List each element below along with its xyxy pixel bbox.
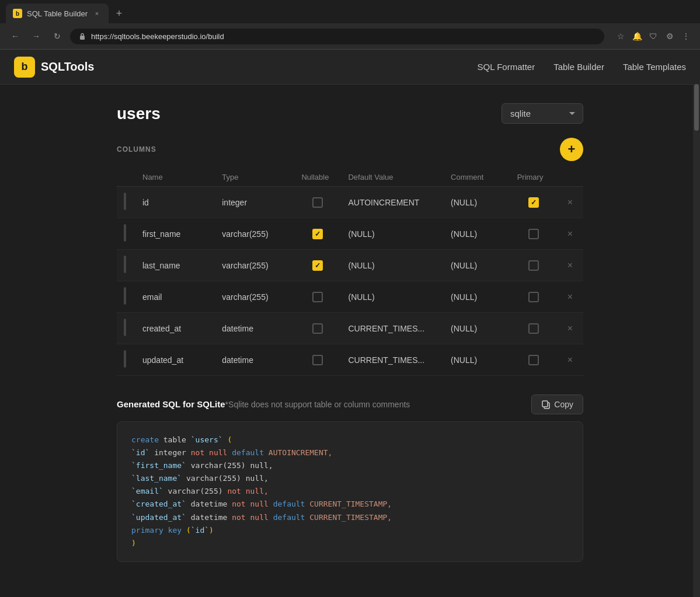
default-value-label: AUTOINCREMENT — [348, 198, 419, 207]
code-token — [269, 513, 273, 522]
url-text: https://sqltools.beekeeperstudio.io/buil… — [91, 32, 224, 41]
column-name-label: email — [142, 292, 162, 302]
default-value-label: CURRENT_TIMES... — [348, 324, 424, 333]
sql-code-block: create table `users` ( `id` integer not … — [117, 421, 583, 562]
col-name-cell: id — [135, 187, 215, 218]
col-primary-cell — [510, 250, 557, 281]
ext-icon-1[interactable]: 🔔 — [630, 29, 644, 43]
row-handle-cell — [117, 218, 135, 250]
col-nullable-cell — [294, 187, 341, 218]
sql-note: *Sqlite does not support table or column… — [225, 400, 410, 409]
col-nullable-cell — [294, 218, 341, 250]
nullable-checkbox[interactable] — [312, 197, 323, 208]
nav-table-templates[interactable]: Table Templates — [623, 62, 686, 72]
logo-text: SQLTools — [41, 60, 94, 74]
scrollbar-track[interactable] — [693, 84, 700, 597]
col-primary-cell — [510, 344, 557, 376]
code-token: null, — [246, 487, 269, 495]
delete-column-button[interactable]: × — [564, 228, 576, 240]
nullable-checkbox[interactable] — [312, 260, 323, 271]
drag-handle[interactable] — [124, 256, 126, 273]
back-button[interactable]: ← — [7, 28, 23, 44]
logo-icon: b — [14, 57, 35, 78]
col-type-cell: datetime — [215, 344, 294, 376]
column-name-label: created_at — [142, 324, 181, 333]
nullable-checkbox[interactable] — [312, 323, 323, 334]
nullable-checkbox[interactable] — [312, 355, 323, 365]
database-select[interactable]: sqlite mysql postgresql mssql — [502, 103, 583, 124]
row-handle-cell — [117, 313, 135, 344]
code-token: not — [232, 513, 245, 522]
col-comment-cell: (NULL) — [444, 281, 510, 313]
delete-column-button[interactable]: × — [564, 322, 576, 335]
col-action-cell: × — [557, 344, 583, 376]
drag-handle[interactable] — [124, 193, 126, 210]
columns-table-head: Name Type Nullable Default Value Comment… — [117, 168, 583, 187]
bookmark-star-icon[interactable]: ☆ — [614, 29, 628, 43]
columns-table-header-row: Name Type Nullable Default Value Comment… — [117, 168, 583, 187]
primary-checkbox[interactable] — [528, 323, 539, 334]
copy-button[interactable]: Copy — [531, 394, 583, 414]
col-comment-cell: (NULL) — [444, 313, 510, 344]
url-bar[interactable]: https://sqltools.beekeeperstudio.io/buil… — [70, 29, 604, 44]
forward-button[interactable]: → — [28, 28, 44, 44]
scrollbar-thumb[interactable] — [694, 84, 699, 131]
code-token: varchar(255) — [163, 487, 228, 495]
col-comment-cell: (NULL) — [444, 250, 510, 281]
code-token: varchar(255) null, — [186, 461, 273, 470]
code-token — [269, 500, 273, 508]
code-token: null — [250, 500, 269, 508]
code-line: ) — [131, 537, 569, 550]
drag-handle[interactable] — [124, 287, 126, 305]
tab-close-button[interactable]: × — [92, 9, 102, 18]
delete-column-button[interactable]: × — [564, 354, 576, 366]
primary-checkbox[interactable] — [528, 197, 539, 208]
column-name-label: first_name — [142, 229, 180, 239]
code-token: null — [250, 513, 269, 522]
nav-sql-formatter[interactable]: SQL Formatter — [478, 62, 535, 72]
drag-handle[interactable] — [124, 350, 126, 368]
col-primary-cell — [510, 281, 557, 313]
code-line: `updated_at` datetime not null default C… — [131, 511, 569, 524]
primary-checkbox[interactable] — [528, 229, 539, 239]
delete-column-button[interactable]: × — [564, 259, 576, 272]
table-header-row: users sqlite mysql postgresql mssql — [117, 103, 583, 124]
new-tab-button[interactable]: + — [112, 6, 126, 20]
code-line: `last_name` varchar(255) null, — [131, 472, 569, 485]
code-token: `first_name` — [131, 461, 186, 470]
nullable-checkbox[interactable] — [312, 229, 323, 239]
drag-handle[interactable] — [124, 319, 126, 336]
comment-label: (NULL) — [451, 229, 477, 239]
column-type-label: varchar(255) — [222, 229, 268, 239]
ext-icon-2[interactable]: 🛡 — [646, 29, 660, 43]
code-token: key — [168, 526, 182, 535]
col-default-cell: (NULL) — [341, 250, 444, 281]
col-nullable-cell — [294, 250, 341, 281]
col-type-cell: integer — [215, 187, 294, 218]
column-name-label: updated_at — [142, 355, 183, 365]
code-token — [246, 500, 250, 508]
code-token: CURRENT_TIMESTAMP, — [309, 500, 392, 508]
delete-column-button[interactable]: × — [564, 291, 576, 303]
active-tab[interactable]: b SQL Table Builder × — [6, 4, 109, 23]
code-line: create table `users` ( — [131, 434, 569, 446]
nav-table-builder[interactable]: Table Builder — [553, 62, 604, 72]
delete-column-button[interactable]: × — [564, 196, 576, 209]
col-type-cell: datetime — [215, 313, 294, 344]
ext-icon-3[interactable]: ⚙ — [663, 29, 677, 43]
col-primary-cell — [510, 187, 557, 218]
drag-handle[interactable] — [124, 224, 126, 242]
primary-checkbox[interactable] — [528, 260, 539, 271]
add-column-button[interactable]: + — [560, 138, 583, 161]
sql-title-text: Generated SQL for SQLite*Sqlite does not… — [117, 399, 410, 409]
code-token: datetime — [186, 500, 232, 508]
refresh-button[interactable]: ↻ — [49, 28, 65, 44]
nullable-checkbox[interactable] — [312, 292, 323, 302]
col-default-cell: (NULL) — [341, 218, 444, 250]
menu-icon[interactable]: ⋮ — [679, 29, 693, 43]
primary-checkbox[interactable] — [528, 355, 539, 365]
code-token: `email` — [131, 487, 163, 495]
main-nav: SQL Formatter Table Builder Table Templa… — [478, 62, 686, 72]
primary-checkbox[interactable] — [528, 292, 539, 302]
comment-label: (NULL) — [451, 261, 477, 270]
